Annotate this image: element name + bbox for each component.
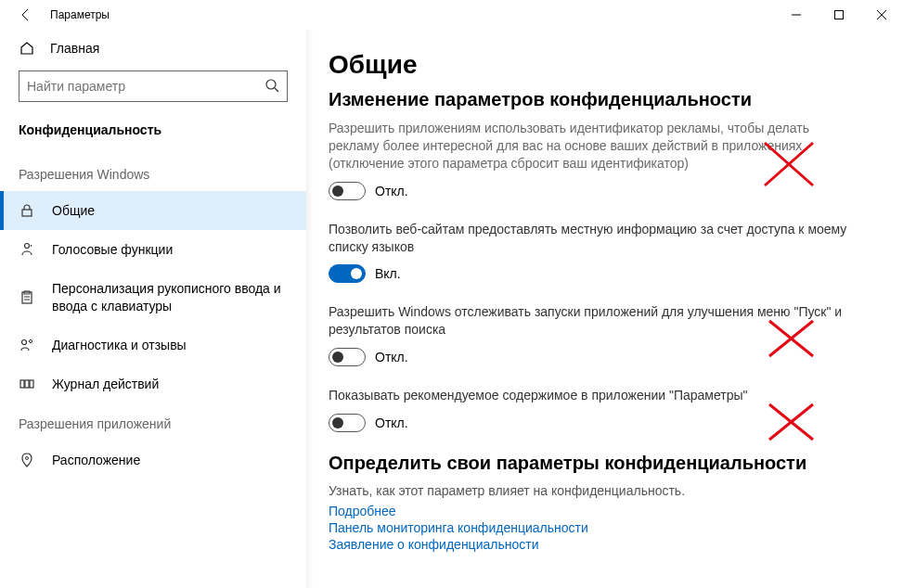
home-label: Главная [50, 41, 99, 56]
maximize-button[interactable] [818, 0, 860, 30]
svg-point-7 [25, 244, 30, 249]
setting-advertising-id: Разрешить приложениям использовать идент… [329, 120, 848, 200]
content-area: Общие Изменение параметров конфиденциаль… [306, 30, 903, 588]
titlebar: Параметры [0, 0, 903, 30]
svg-point-4 [266, 80, 276, 89]
toggle-language-list[interactable] [329, 264, 366, 283]
svg-point-16 [26, 457, 29, 460]
toggle-suggested-content[interactable] [329, 414, 366, 432]
home-nav[interactable]: Главная [0, 30, 306, 63]
toggle-state: Откл. [375, 350, 408, 364]
link-privacy-dashboard[interactable]: Панель мониторинга конфиденциальности [329, 520, 873, 535]
svg-rect-15 [30, 380, 33, 388]
back-button[interactable] [7, 0, 45, 30]
sidebar-item-label: Общие [52, 202, 95, 219]
search-box[interactable] [19, 70, 288, 102]
svg-rect-6 [22, 210, 32, 216]
lock-icon [19, 203, 35, 218]
sidebar: Главная Конфиденциальность Разрешения Wi… [0, 30, 306, 588]
sidebar-item-label: Диагностика и отзывы [52, 337, 187, 353]
setting-suggested-content: Показывать рекомендуемое содержимое в пр… [329, 387, 848, 432]
link-privacy-statement[interactable]: Заявление о конфиденциальности [329, 537, 873, 552]
svg-point-12 [22, 339, 27, 344]
location-icon [19, 453, 35, 467]
minimize-button[interactable] [775, 0, 818, 30]
home-icon [19, 41, 35, 56]
sidebar-group-apps: Разрешения приложений [0, 403, 306, 441]
toggle-app-launches[interactable] [329, 348, 366, 366]
toggle-state: Откл. [375, 415, 408, 430]
svg-rect-14 [25, 380, 29, 388]
sidebar-item-general[interactable]: Общие [0, 191, 306, 230]
activity-icon [19, 377, 35, 391]
page-title: Общие [329, 50, 873, 80]
page-subtitle: Изменение параметров конфиденциальности [329, 89, 873, 110]
sidebar-item-diagnostics[interactable]: Диагностика и отзывы [0, 326, 306, 364]
speech-icon [19, 242, 35, 257]
window-title: Параметры [50, 8, 110, 21]
clipboard-icon [19, 290, 35, 305]
sidebar-item-activity[interactable]: Журнал действий [0, 364, 306, 403]
sidebar-item-speech[interactable]: Голосовые функции [0, 230, 306, 269]
setting-app-launches: Разрешить Windows отслеживать запуски пр… [329, 303, 848, 366]
setting-desc: Позволить веб-сайтам предоставлять местн… [329, 221, 848, 256]
sidebar-item-inking[interactable]: Персонализация рукописного ввода и ввода… [0, 269, 306, 325]
toggle-state: Откл. [375, 184, 408, 198]
feedback-icon [19, 338, 35, 352]
links-heading: Определить свои параметры конфиденциальн… [329, 453, 873, 474]
sidebar-section-title: Конфиденциальность [0, 113, 306, 154]
sidebar-item-label: Голосовые функции [52, 241, 173, 258]
svg-rect-13 [20, 380, 24, 388]
sidebar-item-location[interactable]: Расположение [0, 441, 306, 479]
search-icon [264, 78, 279, 96]
sidebar-item-label: Журнал действий [52, 376, 159, 392]
close-button[interactable] [860, 0, 903, 30]
setting-desc: Показывать рекомендуемое содержимое в пр… [329, 387, 848, 404]
sidebar-group-windows: Разрешения Windows [0, 154, 306, 191]
svg-line-5 [275, 88, 278, 92]
setting-desc: Разрешить Windows отслеживать запуски пр… [329, 303, 848, 339]
svg-rect-1 [835, 11, 844, 19]
sidebar-item-label: Расположение [52, 452, 140, 468]
setting-language-list: Позволить веб-сайтам предоставлять местн… [329, 221, 848, 284]
sidebar-item-label: Персонализация рукописного ввода и ввода… [52, 280, 288, 313]
toggle-state: Вкл. [375, 266, 401, 281]
search-input[interactable] [27, 79, 264, 94]
setting-desc: Разрешить приложениям использовать идент… [329, 120, 848, 173]
links-subtext: Узнать, как этот параметр влияет на конф… [329, 483, 873, 498]
link-learn-more[interactable]: Подробнее [329, 504, 873, 518]
toggle-advertising-id[interactable] [329, 182, 366, 200]
